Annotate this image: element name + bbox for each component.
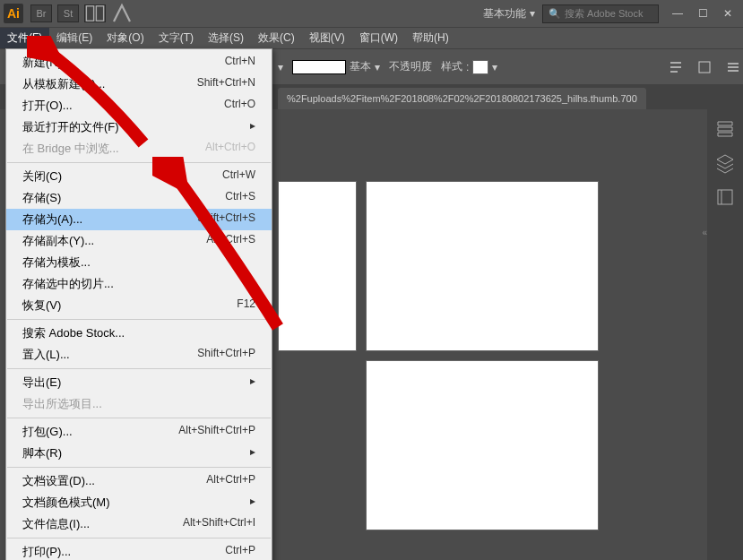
workspace-switcher[interactable]: 基本功能 ▾ bbox=[476, 6, 542, 22]
app-logo: Ai bbox=[4, 4, 23, 23]
menu-item[interactable]: 关闭(C)Ctrl+W bbox=[6, 166, 272, 187]
properties-panel-icon[interactable] bbox=[714, 118, 736, 140]
menu-item[interactable]: 存储为(A)...Shift+Ctrl+S bbox=[6, 209, 272, 230]
style-label: 样式 bbox=[441, 59, 462, 74]
menu-bar: 文件(F)编辑(E)对象(O)文字(T)选择(S)效果(C)视图(V)窗口(W)… bbox=[0, 27, 743, 48]
panel-collapse-chevron[interactable]: « bbox=[702, 228, 707, 237]
libraries-panel-icon[interactable] bbox=[714, 186, 736, 208]
bridge-icon[interactable]: Br bbox=[30, 4, 52, 22]
menu-item-label: 打开(O)... bbox=[22, 98, 73, 114]
submenu-chevron-icon: ▸ bbox=[250, 445, 255, 461]
menu-item-label: 从模板新建(T)... bbox=[22, 76, 105, 92]
style-swatch bbox=[472, 60, 488, 74]
search-placeholder: 搜索 Adobe Stock bbox=[565, 7, 652, 21]
menu-separator bbox=[7, 162, 271, 163]
menu-shortcut: Ctrl+W bbox=[222, 168, 255, 185]
menu-item[interactable]: 存储副本(Y)...Alt+Ctrl+S bbox=[6, 230, 272, 252]
menu-item[interactable]: 打包(G)...Alt+Shift+Ctrl+P bbox=[6, 421, 272, 443]
chevron-down-icon: ▾ bbox=[375, 61, 380, 73]
menu-文件[interactable]: 文件(F) bbox=[0, 28, 49, 48]
window-controls: — ☐ ✕ bbox=[666, 4, 739, 22]
menu-item[interactable]: 文档颜色模式(M)▸ bbox=[6, 492, 272, 513]
menu-shortcut: Ctrl+O bbox=[224, 98, 255, 114]
menu-item[interactable]: 文档设置(D)...Alt+Ctrl+P bbox=[6, 470, 272, 492]
menu-帮助[interactable]: 帮助(H) bbox=[405, 28, 456, 48]
menu-item-label: 置入(L)... bbox=[22, 347, 70, 363]
menu-文字[interactable]: 文字(T) bbox=[151, 28, 201, 48]
menu-item-label: 存储为模板... bbox=[22, 254, 91, 271]
gpu-icon[interactable] bbox=[111, 4, 133, 22]
maximize-button[interactable]: ☐ bbox=[691, 4, 714, 22]
menu-item[interactable]: 脚本(R)▸ bbox=[6, 443, 272, 464]
menu-item-label: 关闭(C) bbox=[22, 168, 62, 185]
panel-dock bbox=[707, 109, 743, 560]
menu-shortcut: Alt+Shift+Ctrl+I bbox=[183, 516, 255, 532]
menu-shortcut: Alt+Ctrl+P bbox=[206, 473, 255, 489]
style-group[interactable]: 样式: ▾ bbox=[441, 59, 497, 74]
menu-视图[interactable]: 视图(V) bbox=[302, 28, 352, 48]
minimize-button[interactable]: — bbox=[666, 4, 689, 22]
chevron-down-icon[interactable]: ▾ bbox=[278, 61, 283, 73]
menu-item-label: 文件信息(I)... bbox=[22, 516, 90, 532]
menu-shortcut: Alt+Shift+Ctrl+P bbox=[178, 424, 255, 440]
menu-item[interactable]: 搜索 Adobe Stock... bbox=[6, 323, 272, 344]
submenu-chevron-icon: ▸ bbox=[250, 119, 255, 135]
stroke-preset[interactable]: 基本 ▾ bbox=[292, 59, 380, 74]
menu-shortcut: Alt+Ctrl+O bbox=[205, 141, 255, 157]
menu-item[interactable]: 导出(E)▸ bbox=[6, 372, 272, 393]
menu-shortcut: Ctrl+S bbox=[225, 190, 255, 206]
workspace-label: 基本功能 bbox=[483, 6, 526, 22]
menu-选择[interactable]: 选择(S) bbox=[201, 28, 251, 48]
stock-search[interactable]: 🔍 搜索 Adobe Stock bbox=[542, 4, 659, 23]
artboard-2[interactable] bbox=[366, 181, 599, 351]
menu-item[interactable]: 置入(L)...Shift+Ctrl+P bbox=[6, 344, 272, 366]
menu-编辑[interactable]: 编辑(E) bbox=[49, 28, 99, 48]
menu-item: 在 Bridge 中浏览...Alt+Ctrl+O bbox=[6, 138, 272, 159]
menu-item-label: 存储为(A)... bbox=[22, 211, 82, 228]
svg-rect-3 bbox=[718, 190, 732, 204]
menu-item: 导出所选项目... bbox=[6, 393, 272, 415]
arrange-icon[interactable] bbox=[84, 4, 106, 22]
menu-shortcut: Shift+Ctrl+N bbox=[197, 76, 255, 92]
menu-shortcut: Shift+Ctrl+P bbox=[197, 347, 255, 363]
title-bar: Ai Br St 基本功能 ▾ 🔍 搜索 Adobe Stock — ☐ ✕ bbox=[0, 0, 743, 27]
menu-item[interactable]: 打印(P)...Ctrl+P bbox=[6, 541, 272, 560]
menu-item[interactable]: 新建(N)...Ctrl+N bbox=[6, 52, 272, 73]
menu-item[interactable]: 从模板新建(T)...Shift+Ctrl+N bbox=[6, 73, 272, 95]
menu-item-label: 打印(P)... bbox=[22, 544, 71, 560]
menu-item[interactable]: 文件信息(I)...Alt+Shift+Ctrl+I bbox=[6, 513, 272, 535]
menu-对象[interactable]: 对象(O) bbox=[99, 28, 151, 48]
align-icon[interactable] bbox=[666, 57, 686, 77]
menu-效果[interactable]: 效果(C) bbox=[251, 28, 302, 48]
chevron-down-icon: ▾ bbox=[530, 7, 535, 20]
opacity-label[interactable]: 不透明度 bbox=[389, 59, 432, 74]
menu-item-label: 文档颜色模式(M) bbox=[22, 495, 110, 511]
svg-rect-0 bbox=[86, 6, 93, 22]
layers-panel-icon[interactable] bbox=[714, 152, 736, 174]
transform-icon[interactable] bbox=[695, 57, 714, 77]
menu-item[interactable]: 存储选中的切片... bbox=[6, 273, 272, 295]
file-menu-dropdown: 新建(N)...Ctrl+N从模板新建(T)...Shift+Ctrl+N打开(… bbox=[5, 48, 272, 560]
menu-item-label: 新建(N)... bbox=[22, 55, 72, 71]
menu-item[interactable]: 存储(S)Ctrl+S bbox=[6, 187, 272, 209]
menu-窗口[interactable]: 窗口(W) bbox=[352, 28, 405, 48]
menu-item-label: 存储副本(Y)... bbox=[22, 233, 94, 249]
menu-item[interactable]: 存储为模板... bbox=[6, 252, 272, 273]
menu-item[interactable]: 最近打开的文件(F)▸ bbox=[6, 116, 272, 138]
stock-icon[interactable]: St bbox=[57, 4, 79, 22]
title-icon-group: Br St bbox=[30, 4, 133, 22]
menu-shortcut: F12 bbox=[237, 297, 255, 314]
submenu-chevron-icon: ▸ bbox=[250, 375, 255, 391]
preferences-icon[interactable] bbox=[723, 57, 743, 77]
menu-shortcut: Ctrl+P bbox=[225, 544, 255, 560]
menu-item-label: 存储选中的切片... bbox=[22, 276, 114, 292]
menu-separator bbox=[7, 467, 271, 468]
artboard-1[interactable] bbox=[278, 181, 357, 351]
close-button[interactable]: ✕ bbox=[716, 4, 739, 22]
menu-item-label: 存储(S) bbox=[22, 190, 61, 206]
menu-item[interactable]: 恢复(V)F12 bbox=[6, 295, 272, 316]
document-tab[interactable]: %2Fuploads%2Fitem%2F201808%2F02%2F201808… bbox=[278, 88, 646, 109]
menu-item[interactable]: 打开(O)...Ctrl+O bbox=[6, 95, 272, 116]
artboard-3[interactable] bbox=[366, 360, 599, 530]
document-tab-label: %2Fuploads%2Fitem%2F201808%2F02%2F201808… bbox=[287, 93, 637, 104]
